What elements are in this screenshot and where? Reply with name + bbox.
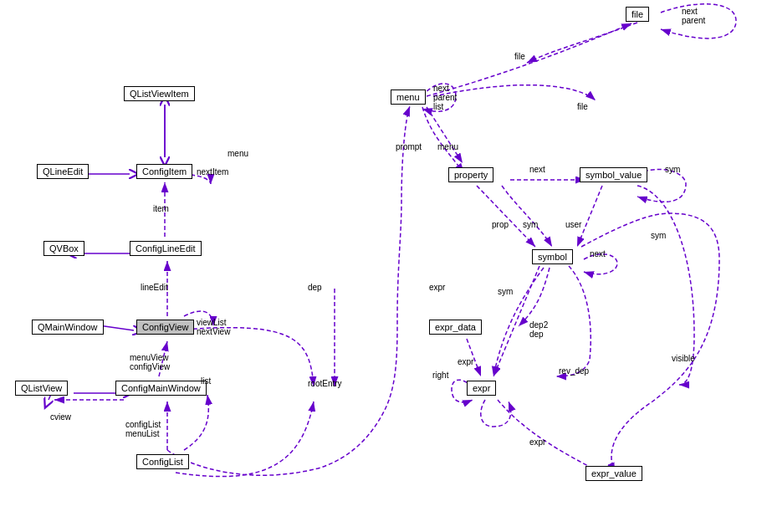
node-qlistview: QListView <box>15 381 68 396</box>
label-dep: dep <box>308 283 322 292</box>
node-qvbox: QVBox <box>43 241 84 256</box>
node-qmainwindow: QMainWindow <box>32 320 104 335</box>
edges-svg <box>0 0 767 532</box>
label-next: next <box>529 165 545 174</box>
label-cview: cview <box>50 412 71 422</box>
label-next2: next <box>590 249 606 258</box>
node-configmainwindow: ConfigMainWindow <box>115 381 207 396</box>
label-menu: menu <box>228 149 248 158</box>
label-expr3: expr <box>529 437 545 447</box>
label-list: list <box>201 376 211 386</box>
node-configlineedit: ConfigLineEdit <box>130 241 202 256</box>
node-expr: expr <box>467 381 496 396</box>
node-configlist: ConfigList <box>136 454 189 469</box>
label-sym3: sym <box>498 287 513 296</box>
label-rev-dep: rev_dep <box>559 366 589 376</box>
diagram-container: file menu QListViewItem QLineEdit Config… <box>0 0 767 532</box>
label-next-parent: nextparent <box>682 7 705 25</box>
label-expr1: expr <box>429 283 445 292</box>
node-configview: ConfigView <box>136 320 194 335</box>
node-expr-data: expr_data <box>429 320 482 335</box>
label-dep2-dep: dep2dep <box>529 320 548 339</box>
node-qlistviewitem: QListViewItem <box>124 86 195 101</box>
label-configlist-menulist: configListmenuList <box>125 420 161 438</box>
label-user: user <box>565 220 581 229</box>
node-menu: menu <box>391 90 426 105</box>
label-rootentry: rootEntry <box>308 379 342 388</box>
label-sym1: sym <box>665 165 680 174</box>
label-nextitem: nextItem <box>197 167 228 176</box>
node-qlineedit: QLineEdit <box>37 164 89 179</box>
label-next-parent-list: nextparentlist <box>433 84 457 111</box>
svg-line-8 <box>577 186 602 247</box>
node-file: file <box>626 7 649 22</box>
label-sym4: sym <box>651 231 666 240</box>
label-file2: file <box>577 102 588 111</box>
label-item: item <box>153 204 169 213</box>
label-viewlist-nextview: viewListnextView <box>197 318 230 336</box>
label-menu2: menu <box>437 142 458 151</box>
node-configitem: ConfigItem <box>136 164 192 179</box>
label-prop: prop <box>492 220 509 229</box>
label-expr2: expr <box>458 357 473 366</box>
label-lineedit: lineEdit <box>141 283 168 292</box>
label-menuview-configview: menuViewconfigView <box>130 353 170 371</box>
label-sym2: sym <box>523 220 538 229</box>
svg-line-7 <box>477 186 535 247</box>
node-symbol-value: symbol_value <box>580 167 647 182</box>
label-prompt: prompt <box>396 142 422 151</box>
svg-line-5 <box>427 107 463 163</box>
node-expr-value: expr_value <box>585 466 642 481</box>
node-symbol: symbol <box>532 249 573 264</box>
node-property: property <box>448 167 493 182</box>
label-file1: file <box>514 52 525 61</box>
label-right: right <box>432 371 448 380</box>
label-visible: visible <box>672 354 695 363</box>
